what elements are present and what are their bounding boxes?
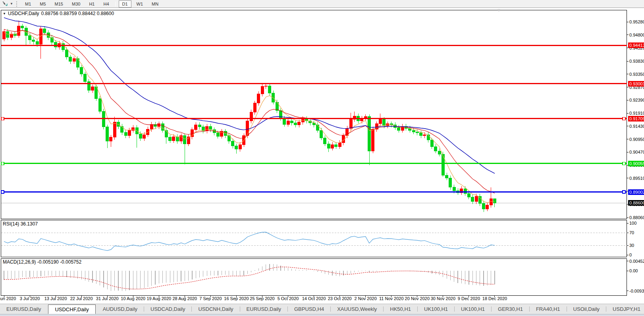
main-panel[interactable] [1, 10, 627, 219]
hline-handle[interactable] [623, 191, 625, 193]
date-label: 30 Nov 2020 [431, 296, 455, 301]
tab-xauusd-weekly[interactable]: XAUUSD,Weekly [331, 304, 383, 314]
tab-usdjpy-h1[interactable]: USDJPY,H1 [606, 304, 644, 314]
level-price-badge: 0.90055 [628, 161, 644, 166]
tab-usdchf-daily[interactable]: USDCHF,Daily [48, 304, 95, 314]
date-label: 25 Sep 2020 [250, 296, 274, 301]
timeframe-button-m15[interactable]: M15 [51, 0, 67, 8]
toolbar-separator [116, 2, 116, 6]
timeframe-buttons: M1M5M15M30H1H4D1W1MN [21, 2, 163, 6]
date-label: 22 Jul 2020 [70, 296, 93, 301]
indicator-axis-label: 70 [629, 230, 634, 235]
date-label: 2 Nov 2020 [355, 296, 377, 301]
date-label: 3 Jul 2020 [20, 296, 40, 301]
date-label: 19 Aug 2020 [147, 296, 171, 301]
date-label: 5 Oct 2020 [278, 296, 299, 301]
timeframe-button-m1[interactable]: M1 [21, 0, 35, 8]
indicator-axis-label: 100 [629, 221, 636, 225]
price-axis-label: 0.91910 [629, 111, 644, 116]
rsi-indicator-label: RSI(14) 36.1307 [3, 221, 38, 227]
macd-panel[interactable] [1, 259, 627, 296]
date-label: 11 Nov 2020 [379, 296, 404, 301]
price-axis-label: 0.90470 [629, 150, 644, 154]
price-axis-label: 0.92390 [629, 98, 644, 102]
tabs: EURUSD,DailyUSDCHF,DailyAUDUSD,DailyUSDC… [0, 304, 644, 314]
timeframe-button-mn[interactable]: MN [148, 0, 162, 8]
hline-handle[interactable] [623, 162, 625, 165]
date-label: 13 Jul 2020 [44, 296, 67, 301]
date-label: 28 Aug 2020 [172, 296, 197, 301]
indicator-axis-label: 0 [629, 252, 632, 257]
date-label: 9 Dec 2020 [458, 296, 480, 301]
chart-cursor-glyph [2, 1, 8, 6]
indicator-axis-label: 30 [629, 243, 634, 248]
timeframe-button-m30[interactable]: M30 [68, 0, 84, 8]
tab-uk100-h1[interactable]: UK100,H1 [418, 304, 454, 314]
date-label: 18 Dec 2020 [482, 296, 507, 301]
rsi-panel[interactable] [1, 220, 627, 257]
chart-ohlc-values: 0.88756 0.88759 0.88442 0.88600 [41, 11, 114, 16]
collapse-caret-icon[interactable]: ▼ [3, 12, 6, 15]
date-label: 23 Oct 2020 [328, 296, 352, 301]
price-axis-label: 0.94800 [629, 33, 644, 37]
timeframe-button-h1[interactable]: H1 [85, 0, 98, 8]
indicator-axis-label: 0.004527 [629, 259, 644, 264]
date-label: 16 Sep 2020 [224, 296, 249, 301]
date-label: 24 Jun 2020 [0, 296, 16, 301]
hline-handle[interactable] [1, 191, 4, 193]
chart-window[interactable]: ▼ USDCHF,Daily 0.88756 0.88759 0.88442 0… [0, 8, 644, 304]
macd-indicator-label: MACD(12,26,9) -0.005190 -0.005752 [3, 259, 81, 265]
timeframe-button-h4[interactable]: H4 [100, 0, 112, 8]
date-label: 20 Nov 2020 [405, 296, 430, 301]
indicator-axis-label: 0.00 [629, 268, 638, 273]
tab-uk100-h1[interactable]: UK100,H1 [455, 304, 491, 314]
hline-handle[interactable] [1, 117, 4, 120]
toolbar: ▼ M1M5M15M30H1H4D1W1MN [0, 0, 644, 8]
tab-usdcnh-daily[interactable]: USDCNH,Daily [192, 304, 239, 314]
hline-handle[interactable] [623, 117, 625, 120]
timeframe-button-w1[interactable]: W1 [133, 0, 147, 8]
hline-handle[interactable] [1, 162, 4, 165]
window-bottom-edge [0, 314, 644, 316]
level-price-badge: 0.89002 [628, 189, 644, 195]
timeframe-button-m5[interactable]: M5 [36, 0, 49, 8]
price-axis-label: 0.95280 [629, 19, 644, 24]
window-splitter-arrow-icon[interactable]: ▼ [497, 8, 501, 12]
timeframe-button-d1[interactable]: D1 [119, 0, 131, 8]
date-label: 14 Oct 2020 [302, 296, 326, 301]
date-label: 10 Aug 2020 [121, 296, 145, 301]
price-axis-label: 0.91430 [629, 124, 644, 129]
chevron-down-icon[interactable]: ▼ [9, 2, 14, 6]
chart-tab-bar: EURUSD,DailyUSDCHF,DailyAUDUSD,DailyUSDC… [0, 304, 644, 314]
indicator-axis-label: -0.009348 [629, 289, 644, 293]
level-price-badge: 0.94413 [628, 42, 644, 48]
tab-usoil-daily[interactable]: USOil,Daily [567, 304, 606, 314]
tab-gbpusd-h4[interactable]: GBPUSD,H4 [288, 304, 330, 314]
tab-eurusd-daily[interactable]: EURUSD,Daily [240, 304, 287, 314]
tab-ger30-h1[interactable]: GER30,H1 [492, 304, 529, 314]
price-axis-label: 0.89510 [629, 176, 644, 181]
tab-fra40-h1[interactable]: FRA40,H1 [530, 304, 567, 314]
date-label: 31 Jul 2020 [96, 296, 119, 301]
price-axis-label: 0.93830 [629, 59, 644, 64]
tab-hk50-h1[interactable]: HK50,H1 [384, 304, 417, 314]
level-price-badge: 0.91709 [628, 116, 644, 121]
toolbar-grip[interactable] [16, 1, 19, 7]
price-axis-label: 0.88060 [629, 215, 644, 220]
tab-eurusd-daily[interactable]: EURUSD,Daily [0, 304, 47, 314]
tab-usdcad-daily[interactable]: USDCAD,Daily [144, 304, 191, 314]
tab-audusd-daily[interactable]: AUDUSD,Daily [96, 304, 144, 314]
price-axis-label: 0.90950 [629, 137, 644, 142]
current-price-badge: 0.88600 [628, 200, 644, 206]
chart-symbol-label: USDCHF,Daily [8, 11, 39, 16]
date-label: 7 Sep 2020 [199, 296, 222, 301]
chart-cursor-icon[interactable] [1, 1, 9, 7]
level-price-badge: 0.93001 [628, 81, 644, 87]
price-axis-label: 0.93350 [629, 72, 644, 77]
chart-canvas[interactable] [0, 8, 644, 304]
chart-title: ▼ USDCHF,Daily 0.88756 0.88759 0.88442 0… [3, 11, 114, 16]
